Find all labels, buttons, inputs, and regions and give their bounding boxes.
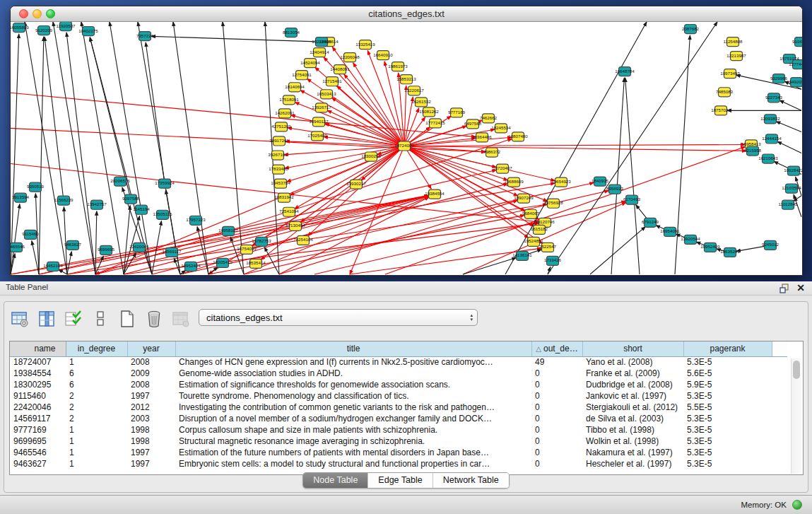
table-cell[interactable]: 18300295 xyxy=(10,379,66,390)
table-cell[interactable]: 1 xyxy=(66,424,127,436)
graph-edge[interactable] xyxy=(208,146,404,274)
delete-entries-icon[interactable] xyxy=(144,309,164,329)
table-cell[interactable]: 0 xyxy=(531,458,582,469)
table-cell[interactable]: Jankovic et al. (1997) xyxy=(582,390,683,402)
scrollbar-thumb[interactable] xyxy=(793,361,800,379)
table-cell[interactable]: 5.3E-5 xyxy=(683,413,772,424)
table-cell[interactable]: Wolkin et al. (1998) xyxy=(582,436,683,447)
table-cell[interactable]: 14569117 xyxy=(10,413,66,424)
table-cell[interactable]: Genome-wide association studies in ADHD. xyxy=(175,368,531,379)
zoom-window-button[interactable] xyxy=(46,9,55,18)
table-cell[interactable]: 5.5E-5 xyxy=(683,402,772,413)
table-row[interactable]: 911546021997Tourette syndrome. Phenomeno… xyxy=(10,390,787,402)
table-row[interactable]: 1830029562008Estimation of significance … xyxy=(10,379,787,390)
column-header-pagerank[interactable]: pagerank xyxy=(683,341,772,356)
network-view[interactable]: 1872400719384554183002959777169649756874… xyxy=(11,22,802,275)
table-cell[interactable]: 9465546 xyxy=(10,447,66,458)
table-cell[interactable]: 5.3E-5 xyxy=(683,436,772,447)
table-cell[interactable]: 0 xyxy=(531,447,582,458)
table-cell[interactable]: 2009 xyxy=(127,368,175,379)
table-cell[interactable]: de Silva et al. (2003) xyxy=(582,413,683,424)
tab-network-table[interactable]: Network Table xyxy=(433,473,509,488)
table-cell[interactable]: 5.6E-5 xyxy=(683,368,772,379)
table-cell[interactable]: 2012 xyxy=(127,402,175,413)
table-cell[interactable]: 2008 xyxy=(127,356,175,368)
table-cell[interactable]: 5.3E-5 xyxy=(683,390,772,402)
graph-edge[interactable] xyxy=(384,62,404,146)
table-cell[interactable]: Estimation of the future numbers of pati… xyxy=(175,447,531,458)
table-cell[interactable]: 18724007 xyxy=(10,356,66,368)
table-cell[interactable]: 19384554 xyxy=(10,368,66,379)
table-cell[interactable]: 1997 xyxy=(127,390,175,402)
table-cell[interactable]: Investigating the contribution of common… xyxy=(175,402,531,413)
table-cell[interactable]: Tourette syndrome. Phenomenology and cla… xyxy=(175,390,531,402)
graph-edge[interactable] xyxy=(11,34,19,274)
graph-edge[interactable] xyxy=(45,37,64,201)
table-panel-header[interactable]: Table Panel ✕ xyxy=(0,281,812,296)
table-cell[interactable]: Structural magnetic resonance image aver… xyxy=(175,436,531,447)
table-cell[interactable]: 0 xyxy=(531,379,582,390)
table-cell[interactable]: 1 xyxy=(66,436,127,447)
close-window-button[interactable] xyxy=(19,9,28,18)
table-cell[interactable]: 0 xyxy=(531,413,582,424)
table-cell[interactable]: 5.9E-5 xyxy=(683,379,772,390)
network-window-titlebar[interactable]: citations_edges.txt xyxy=(11,6,802,22)
column-header-title[interactable]: title xyxy=(175,341,531,356)
graph-edge[interactable] xyxy=(385,146,746,274)
column-header-year[interactable]: year xyxy=(127,341,175,356)
table-cell[interactable]: 0 xyxy=(531,368,582,379)
graph-edge[interactable] xyxy=(95,211,97,274)
table-cell[interactable]: 9699695 xyxy=(10,436,66,447)
table-cell[interactable]: Hescheler et al. (1997) xyxy=(582,458,683,469)
table-source-select[interactable]: citations_edges.txt ▴▾ xyxy=(199,309,478,326)
table-cell[interactable]: Yano et al. (2008) xyxy=(582,356,683,368)
table-cell[interactable]: 49 xyxy=(531,356,582,368)
table-cell[interactable]: 5.3E-5 xyxy=(683,447,772,458)
table-scrollbar[interactable] xyxy=(791,358,801,474)
table-cell[interactable]: Nakamura et al. (1997) xyxy=(582,447,683,458)
table-cell[interactable]: Corpus callosum shape and size in male p… xyxy=(175,424,531,436)
graph-edge[interactable] xyxy=(53,22,95,274)
table-cell[interactable]: Stergiakouli et al. (2012) xyxy=(582,402,683,413)
graph-edge[interactable] xyxy=(404,145,745,146)
table-cell[interactable]: 1997 xyxy=(127,447,175,458)
table-row[interactable]: 2242004622012Investigating the contribut… xyxy=(10,402,787,413)
select-all-rows-icon[interactable] xyxy=(64,309,83,329)
close-icon[interactable]: ✕ xyxy=(796,282,805,294)
graph-edge[interactable] xyxy=(173,22,208,274)
tab-edge-table[interactable]: Edge Table xyxy=(368,473,433,488)
table-cell[interactable]: 1998 xyxy=(127,424,175,436)
table-cell[interactable]: 5.3E-5 xyxy=(683,458,772,469)
table-row[interactable]: 969969511998Structural magnetic resonanc… xyxy=(10,436,787,447)
minimize-window-button[interactable] xyxy=(33,9,42,18)
column-header-out_de…[interactable]: △out_de… xyxy=(531,341,582,356)
graph-edge[interactable] xyxy=(404,137,512,146)
graph-edge[interactable] xyxy=(124,196,428,274)
graph-edge[interactable] xyxy=(66,33,95,274)
graph-edge[interactable] xyxy=(285,146,404,168)
column-header-in_degree[interactable]: in_degree xyxy=(66,341,127,356)
table-cell[interactable]: 5.3E-5 xyxy=(683,424,772,436)
table-cell[interactable]: Disruption of a novel member of a sodium… xyxy=(175,413,531,424)
graph-edge[interactable] xyxy=(295,146,404,209)
float-window-icon[interactable] xyxy=(779,284,789,293)
table-cell[interactable]: Tibbo et al. (1998) xyxy=(582,424,683,436)
table-cell[interactable]: 2008 xyxy=(127,379,175,390)
graph-edge[interactable] xyxy=(287,146,404,182)
table-row[interactable]: 946362711997Embryonic stem cells: a mode… xyxy=(10,458,787,469)
table-cell[interactable]: 0 xyxy=(531,390,582,402)
table-cell[interactable]: Embryonic stem cells: a model to study s… xyxy=(175,458,531,469)
table-cell[interactable]: 9115460 xyxy=(10,390,66,402)
tab-node-table[interactable]: Node Table xyxy=(303,473,368,488)
column-header-short[interactable]: short xyxy=(582,341,683,356)
table-cell[interactable]: 1 xyxy=(66,458,127,469)
table-cell[interactable]: 2003 xyxy=(127,413,175,424)
table-cell[interactable]: 1 xyxy=(66,356,127,368)
table-cell[interactable]: Changes of HCN gene expression and I(f) … xyxy=(175,356,531,368)
table-cell[interactable]: 1997 xyxy=(127,458,175,469)
graph-edge[interactable] xyxy=(314,201,625,274)
table-cell[interactable]: Franke et al. (2009) xyxy=(582,368,683,379)
graph-edge[interactable] xyxy=(776,122,801,132)
graph-edge[interactable] xyxy=(81,22,124,274)
table-cell[interactable]: 6 xyxy=(66,368,127,379)
